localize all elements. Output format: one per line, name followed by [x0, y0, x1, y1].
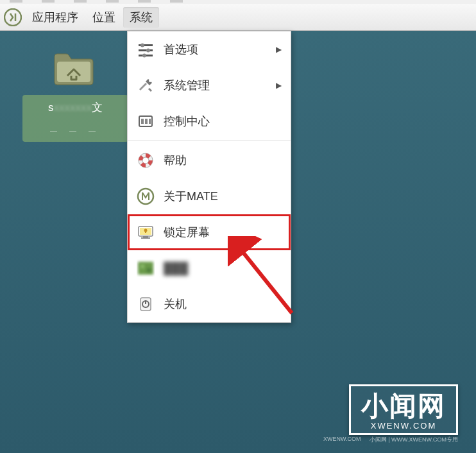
menu-separator	[128, 141, 291, 141]
svg-point-5	[146, 49, 150, 53]
system-dropdown-menu: 首选项 ▶ 系统管理 ▶ 控制中心	[127, 31, 291, 323]
menu-label: 锁定屏幕	[164, 225, 282, 240]
svg-point-15	[138, 189, 153, 204]
svg-point-3	[140, 44, 144, 47]
menu-label: 关于MATE	[164, 189, 282, 204]
obscured-icon	[137, 259, 155, 277]
svg-point-14	[142, 157, 149, 164]
selected-item-sub: — — —	[25, 126, 126, 134]
lock-screen-icon	[137, 223, 155, 241]
svg-point-7	[142, 54, 146, 58]
selected-item-label: sxxxxxxx文	[25, 100, 126, 115]
control-center-icon	[137, 112, 155, 130]
selected-desktop-item[interactable]: sxxxxxxx文 — — —	[22, 95, 128, 142]
menu-places[interactable]: 位置	[86, 7, 122, 28]
menu-item-control-center[interactable]: 控制中心	[128, 103, 291, 139]
chevron-right-icon: ▶	[276, 45, 282, 54]
menu-item-shutdown[interactable]: 关机	[128, 286, 291, 322]
preferences-icon	[137, 40, 155, 58]
svg-rect-10	[141, 119, 144, 124]
shutdown-icon	[137, 295, 155, 313]
svg-rect-11	[145, 119, 148, 124]
menu-applications[interactable]: 应用程序	[26, 7, 85, 28]
menu-label: 控制中心	[164, 114, 282, 129]
menu-label: 帮助	[164, 153, 282, 168]
watermark-subtitle: XWENW.COM	[361, 421, 446, 431]
svg-rect-21	[141, 237, 150, 239]
help-icon	[137, 151, 155, 169]
menu-label: ███	[164, 262, 282, 275]
svg-rect-19	[145, 231, 146, 233]
home-folder-icon[interactable]	[22, 50, 125, 86]
watermark-box: 小闻网 XWENW.COM	[349, 384, 458, 435]
menu-item-help[interactable]: 帮助	[128, 142, 291, 178]
desktop-area[interactable]: sxxxxxxx文 — — — 首选项 ▶	[0, 31, 476, 453]
svg-rect-4	[139, 49, 153, 51]
svg-rect-20	[143, 236, 148, 237]
svg-rect-12	[149, 119, 151, 124]
tools-icon	[137, 76, 155, 94]
svg-rect-22	[138, 262, 153, 275]
watermark-title: 小闻网	[361, 393, 446, 420]
menu-label: 首选项	[164, 42, 276, 57]
menu-item-preferences[interactable]: 首选项 ▶	[128, 31, 291, 67]
menu-item-lock-screen[interactable]: 锁定屏幕	[128, 214, 291, 250]
mate-logo-icon	[137, 187, 155, 205]
menu-item-about-mate[interactable]: 关于MATE	[128, 178, 291, 214]
menu-label: 关机	[164, 296, 282, 312]
menu-item-obscured[interactable]: ███	[128, 250, 291, 286]
svg-rect-23	[140, 264, 144, 268]
chevron-right-icon: ▶	[276, 81, 282, 90]
menu-system[interactable]: 系统	[123, 7, 159, 28]
watermark-footer: XWENW.COM 小闻网 | WWW.XWENW.COM专用	[323, 436, 458, 444]
mate-logo-icon	[4, 8, 22, 26]
svg-rect-24	[147, 268, 151, 272]
svg-point-8	[149, 80, 151, 82]
menu-label: 系统管理	[164, 78, 276, 93]
menu-item-administration[interactable]: 系统管理 ▶	[128, 67, 291, 103]
top-panel: 应用程序 位置 系统	[0, 4, 476, 31]
